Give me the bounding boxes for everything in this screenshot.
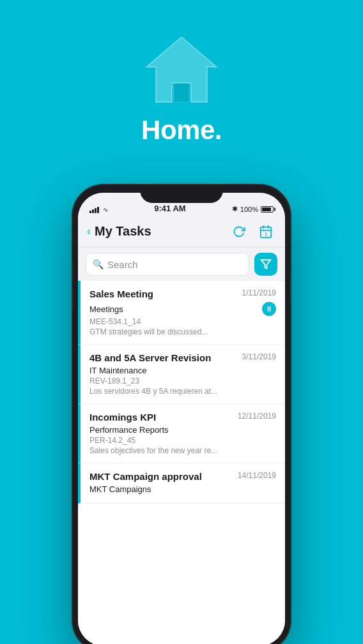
signal-bar-4 [97,207,99,213]
status-time: 9:41 AM [154,204,185,213]
task-title: Sales Meeting [89,288,237,299]
task-item[interactable]: 4B and 5A Server Revision 3/11/2019 IT M… [78,345,285,404]
power-button [290,274,290,306]
task-id: MEE-534.1_14 [89,317,276,326]
volume-up-button [73,262,73,282]
volume-down-button [73,288,73,309]
task-id: REV-189.1_23 [89,377,276,386]
task-category-row: IT Maintenance [89,366,276,375]
task-id: PER-14.2_45 [89,436,276,445]
task-item[interactable]: Incomings KPI 12/11/2019 Performance Rep… [78,404,285,463]
task-preview: Sales objectives for the new year re... [89,446,276,455]
task-header: 4B and 5A Server Revision 3/11/2019 [89,352,276,363]
task-header: MKT Campaign approval 14/11/2019 [89,471,276,482]
task-item[interactable]: Sales Meeting 1/11/2019 Meetings 8 MEE-5… [78,281,285,345]
search-input[interactable]: 🔍 Search [86,253,249,276]
search-icon: 🔍 [93,259,104,269]
svg-text:1: 1 [265,232,267,236]
svg-marker-6 [261,260,271,269]
task-date: 12/11/2019 [238,412,276,421]
task-header: Sales Meeting 1/11/2019 [89,288,276,299]
battery-label: 100% [240,206,258,213]
wifi-icon: ∿ [103,206,108,213]
task-category-row: MKT Campaigns [89,484,276,494]
battery-fill [262,207,271,211]
task-list: Sales Meeting 1/11/2019 Meetings 8 MEE-5… [78,281,285,644]
signal-bar-3 [95,208,97,213]
task-header: Incomings KPI 12/11/2019 [89,412,276,423]
task-category: Meetings [89,304,123,314]
task-date: 1/11/2019 [242,288,276,297]
bluetooth-icon: ✱ [232,205,238,213]
nav-title: My Tasks [95,224,229,239]
signal-icon [89,207,99,213]
battery-icon [261,206,274,213]
task-category: MKT Campaigns [89,484,151,494]
task-date: 14/11/2019 [238,471,276,480]
search-bar: 🔍 Search [78,248,285,281]
task-title: Incomings KPI [89,412,233,423]
filter-button[interactable] [254,253,277,276]
nav-bar: ‹ My Tasks [78,216,285,248]
search-placeholder: Search [107,259,138,270]
hero-section: Home. [0,0,363,146]
task-category: Performance Reports [89,425,169,435]
task-date: 3/11/2019 [242,352,276,361]
notch [140,185,223,203]
status-right: ✱ 100% [232,205,274,213]
svg-rect-0 [174,83,189,102]
task-preview: Los servidores 4B y 5A requieren at... [89,387,276,396]
task-category-row: Performance Reports [89,425,276,435]
phone-shell: ∿ 9:41 AM ✱ 100% ‹ My Tasks [73,185,290,644]
back-button[interactable]: ‹ [87,225,91,238]
task-item[interactable]: MKT Campaign approval 14/11/2019 MKT Cam… [78,463,285,504]
task-category-row: Meetings 8 [89,302,276,316]
nav-actions: 1 [229,221,276,242]
phone-mockup: ∿ 9:41 AM ✱ 100% ‹ My Tasks [73,185,290,644]
task-title: MKT Campaign approval [89,471,233,482]
status-left: ∿ [89,206,108,213]
signal-bar-2 [92,209,94,213]
signal-bar-1 [89,211,91,213]
home-icon [130,19,233,121]
refresh-button[interactable] [229,221,249,242]
task-title: 4B and 5A Server Revision [89,352,237,363]
task-badge: 8 [262,302,276,316]
task-preview: GTM strategies will be discussed... [89,327,276,336]
calendar-button[interactable]: 1 [256,221,276,242]
phone-screen: ∿ 9:41 AM ✱ 100% ‹ My Tasks [78,193,285,644]
task-category: IT Maintenance [89,366,146,375]
